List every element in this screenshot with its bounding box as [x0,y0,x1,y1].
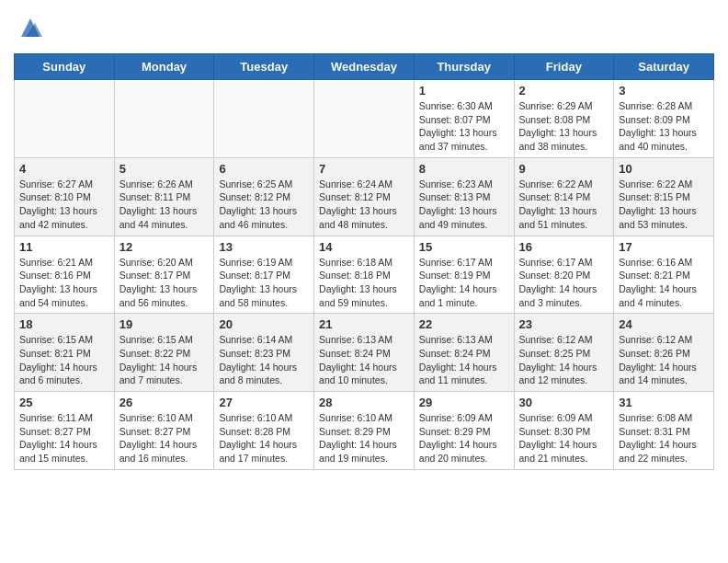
calendar-day-cell: 14Sunrise: 6:18 AM Sunset: 8:18 PM Dayli… [314,236,415,314]
day-info: Sunrise: 6:25 AM Sunset: 8:12 PM Dayligh… [219,178,309,232]
calendar-day-cell: 6Sunrise: 6:25 AM Sunset: 8:12 PM Daylig… [214,157,314,236]
day-number: 20 [219,317,309,331]
day-info: Sunrise: 6:10 AM Sunset: 8:28 PM Dayligh… [219,411,309,465]
logo [14,14,44,46]
calendar-week-row: 18Sunrise: 6:15 AM Sunset: 8:21 PM Dayli… [15,314,714,392]
calendar-week-row: 4Sunrise: 6:27 AM Sunset: 8:10 PM Daylig… [15,157,714,236]
calendar-day-cell: 20Sunrise: 6:14 AM Sunset: 8:23 PM Dayli… [214,314,314,392]
day-info: Sunrise: 6:17 AM Sunset: 8:20 PM Dayligh… [519,256,609,310]
day-info: Sunrise: 6:09 AM Sunset: 8:30 PM Dayligh… [519,411,609,465]
calendar-weekday-header: Sunday [15,54,115,80]
day-number: 2 [519,84,609,98]
day-info: Sunrise: 6:13 AM Sunset: 8:24 PM Dayligh… [319,333,409,387]
day-number: 24 [619,317,709,331]
calendar-day-cell: 28Sunrise: 6:10 AM Sunset: 8:29 PM Dayli… [314,392,415,470]
day-number: 19 [119,317,210,331]
logo-icon [17,14,44,41]
day-number: 1 [419,84,509,98]
day-number: 15 [419,240,509,254]
day-number: 11 [19,240,109,254]
day-info: Sunrise: 6:19 AM Sunset: 8:17 PM Dayligh… [219,256,309,310]
day-number: 21 [319,317,409,331]
day-info: Sunrise: 6:11 AM Sunset: 8:27 PM Dayligh… [19,411,109,465]
day-info: Sunrise: 6:10 AM Sunset: 8:29 PM Dayligh… [319,411,409,465]
calendar-day-cell: 1Sunrise: 6:30 AM Sunset: 8:07 PM Daylig… [414,80,514,158]
calendar-day-cell: 10Sunrise: 6:22 AM Sunset: 8:15 PM Dayli… [614,157,714,236]
day-number: 29 [419,396,509,409]
calendar-day-cell [15,80,115,158]
calendar-day-cell: 12Sunrise: 6:20 AM Sunset: 8:17 PM Dayli… [114,236,214,314]
calendar-week-row: 1Sunrise: 6:30 AM Sunset: 8:07 PM Daylig… [15,80,714,158]
calendar-day-cell [214,80,314,158]
day-info: Sunrise: 6:12 AM Sunset: 8:25 PM Dayligh… [519,333,609,387]
calendar-day-cell: 5Sunrise: 6:26 AM Sunset: 8:11 PM Daylig… [114,157,214,236]
calendar-weekday-header: Thursday [414,54,514,80]
calendar-day-cell: 25Sunrise: 6:11 AM Sunset: 8:27 PM Dayli… [15,392,115,470]
day-info: Sunrise: 6:12 AM Sunset: 8:26 PM Dayligh… [619,333,709,387]
day-number: 23 [519,317,609,331]
day-number: 7 [319,162,409,176]
calendar-day-cell: 4Sunrise: 6:27 AM Sunset: 8:10 PM Daylig… [15,157,115,236]
day-info: Sunrise: 6:09 AM Sunset: 8:29 PM Dayligh… [419,411,509,465]
calendar-week-row: 11Sunrise: 6:21 AM Sunset: 8:16 PM Dayli… [15,236,714,314]
calendar-day-cell: 2Sunrise: 6:29 AM Sunset: 8:08 PM Daylig… [514,80,614,158]
day-number: 30 [519,396,609,409]
calendar-weekday-header: Saturday [614,54,714,80]
day-info: Sunrise: 6:22 AM Sunset: 8:15 PM Dayligh… [619,178,709,232]
calendar-day-cell: 13Sunrise: 6:19 AM Sunset: 8:17 PM Dayli… [214,236,314,314]
day-number: 31 [619,396,709,409]
calendar-weekday-header: Monday [114,54,214,80]
calendar-week-row: 25Sunrise: 6:11 AM Sunset: 8:27 PM Dayli… [15,392,714,470]
calendar-day-cell: 27Sunrise: 6:10 AM Sunset: 8:28 PM Dayli… [214,392,314,470]
calendar-table: SundayMondayTuesdayWednesdayThursdayFrid… [14,53,714,470]
calendar-day-cell: 11Sunrise: 6:21 AM Sunset: 8:16 PM Dayli… [15,236,115,314]
calendar-weekday-header: Wednesday [314,54,415,80]
day-info: Sunrise: 6:20 AM Sunset: 8:17 PM Dayligh… [119,256,210,310]
calendar-header-row: SundayMondayTuesdayWednesdayThursdayFrid… [15,54,714,80]
day-info: Sunrise: 6:30 AM Sunset: 8:07 PM Dayligh… [419,99,509,154]
day-number: 4 [19,162,109,176]
calendar-weekday-header: Friday [514,54,614,80]
calendar-day-cell [114,80,214,158]
day-info: Sunrise: 6:28 AM Sunset: 8:09 PM Dayligh… [619,99,709,154]
day-info: Sunrise: 6:29 AM Sunset: 8:08 PM Dayligh… [519,99,609,154]
day-number: 6 [219,162,309,176]
calendar-day-cell: 24Sunrise: 6:12 AM Sunset: 8:26 PM Dayli… [614,314,714,392]
day-number: 26 [119,396,210,409]
calendar-day-cell: 19Sunrise: 6:15 AM Sunset: 8:22 PM Dayli… [114,314,214,392]
calendar-day-cell: 16Sunrise: 6:17 AM Sunset: 8:20 PM Dayli… [514,236,614,314]
page-header [14,9,714,46]
day-number: 18 [19,317,109,331]
calendar-day-cell: 26Sunrise: 6:10 AM Sunset: 8:27 PM Dayli… [114,392,214,470]
day-info: Sunrise: 6:27 AM Sunset: 8:10 PM Dayligh… [19,178,109,232]
day-info: Sunrise: 6:08 AM Sunset: 8:31 PM Dayligh… [619,411,709,465]
day-number: 27 [219,396,309,409]
calendar-day-cell: 22Sunrise: 6:13 AM Sunset: 8:24 PM Dayli… [414,314,514,392]
calendar-day-cell: 23Sunrise: 6:12 AM Sunset: 8:25 PM Dayli… [514,314,614,392]
day-info: Sunrise: 6:22 AM Sunset: 8:14 PM Dayligh… [519,178,609,232]
day-number: 13 [219,240,309,254]
day-info: Sunrise: 6:15 AM Sunset: 8:22 PM Dayligh… [119,333,210,387]
calendar-day-cell: 21Sunrise: 6:13 AM Sunset: 8:24 PM Dayli… [314,314,415,392]
calendar-day-cell: 8Sunrise: 6:23 AM Sunset: 8:13 PM Daylig… [414,157,514,236]
day-number: 12 [119,240,210,254]
calendar-day-cell: 18Sunrise: 6:15 AM Sunset: 8:21 PM Dayli… [15,314,115,392]
day-info: Sunrise: 6:13 AM Sunset: 8:24 PM Dayligh… [419,333,509,387]
day-number: 22 [419,317,509,331]
day-number: 8 [419,162,509,176]
calendar-day-cell: 29Sunrise: 6:09 AM Sunset: 8:29 PM Dayli… [414,392,514,470]
calendar-day-cell: 15Sunrise: 6:17 AM Sunset: 8:19 PM Dayli… [414,236,514,314]
day-info: Sunrise: 6:18 AM Sunset: 8:18 PM Dayligh… [319,256,409,310]
calendar-day-cell: 9Sunrise: 6:22 AM Sunset: 8:14 PM Daylig… [514,157,614,236]
calendar-day-cell [314,80,415,158]
day-info: Sunrise: 6:16 AM Sunset: 8:21 PM Dayligh… [619,256,709,310]
day-number: 10 [619,162,709,176]
day-number: 9 [519,162,609,176]
day-number: 28 [319,396,409,409]
day-number: 3 [619,84,709,98]
day-number: 25 [19,396,109,409]
day-info: Sunrise: 6:26 AM Sunset: 8:11 PM Dayligh… [119,178,210,232]
day-info: Sunrise: 6:17 AM Sunset: 8:19 PM Dayligh… [419,256,509,310]
day-info: Sunrise: 6:14 AM Sunset: 8:23 PM Dayligh… [219,333,309,387]
calendar-day-cell: 3Sunrise: 6:28 AM Sunset: 8:09 PM Daylig… [614,80,714,158]
